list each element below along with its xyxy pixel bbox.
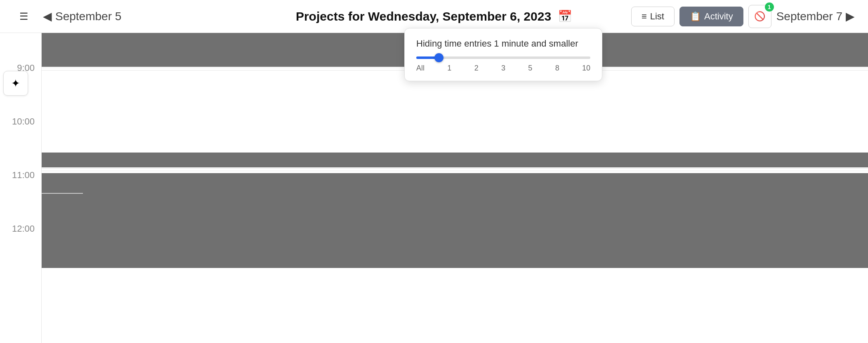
time-label-10: 10:00 <box>0 95 41 148</box>
slider-track <box>416 56 590 59</box>
header-left: ☰ ◀ September 5 <box>13 6 121 27</box>
time-divider-4 <box>42 171 868 171</box>
slider-label-8: 8 <box>555 64 559 73</box>
filter-badge: 1 <box>765 2 774 12</box>
prev-arrow-icon: ◀ <box>43 9 52 23</box>
prev-nav-button[interactable]: ◀ September 5 <box>43 9 121 23</box>
slider-labels: All 1 2 3 5 8 10 <box>416 64 590 73</box>
filter-button-wrap: 🚫 1 <box>748 5 771 28</box>
slider-label-1: 1 <box>447 64 451 73</box>
list-icon: ≡ <box>642 11 647 22</box>
time-block-mid2 <box>42 173 868 268</box>
time-label-12: 12:00 <box>0 202 41 256</box>
auto-schedule-button[interactable]: ✦ <box>3 71 28 96</box>
slider-thumb[interactable] <box>434 53 443 62</box>
slider-label-10: 10 <box>582 64 590 73</box>
header-center: Projects for Wednesday, September 6, 202… <box>296 9 572 23</box>
header-right: ≡ List 📋 Activity 🚫 1 September 7 ▶ <box>631 5 855 28</box>
time-indicator-line <box>42 193 83 194</box>
header: ☰ ◀ September 5 Projects for Wednesday, … <box>0 0 868 33</box>
time-column: ✦ 9:00 10:00 11:00 12:00 <box>0 33 41 343</box>
popover-title: Hiding time entries 1 minute and smaller <box>416 38 590 49</box>
time-label-11: 11:00 <box>0 148 41 202</box>
activity-tab-label: Activity <box>704 11 733 22</box>
hamburger-icon: ☰ <box>19 11 28 22</box>
hamburger-button[interactable]: ☰ <box>13 6 35 27</box>
slider-container: All 1 2 3 5 8 10 <box>416 56 590 73</box>
prev-date-label: September 5 <box>55 10 121 23</box>
page-title: Projects for Wednesday, September 6, 202… <box>296 9 551 23</box>
filter-popover: Hiding time entries 1 minute and smaller… <box>404 28 602 81</box>
time-block-mid1 <box>42 153 868 167</box>
slider-label-3: 3 <box>501 64 505 73</box>
eye-hide-icon: 🚫 <box>754 11 765 22</box>
slider-label-2: 2 <box>474 64 479 73</box>
slider-label-5: 5 <box>528 64 532 73</box>
list-tab-button[interactable]: ≡ List <box>631 7 675 26</box>
time-divider-3 <box>42 168 868 169</box>
activity-icon: 📋 <box>690 11 701 22</box>
list-tab-label: List <box>650 11 664 22</box>
wand-icon: ✦ <box>11 77 20 90</box>
next-arrow-icon: ▶ <box>846 9 855 23</box>
next-nav-button[interactable]: September 7 ▶ <box>776 9 855 23</box>
next-date-label: September 7 <box>776 10 842 23</box>
time-labels: 9:00 10:00 11:00 12:00 <box>0 33 41 256</box>
activity-tab-button[interactable]: 📋 Activity <box>679 7 743 26</box>
slider-label-all: All <box>416 64 425 73</box>
calendar-icon[interactable]: 📅 <box>558 9 572 23</box>
